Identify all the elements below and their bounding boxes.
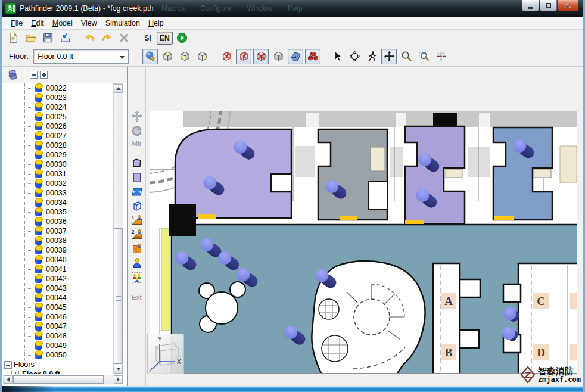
- tree-item[interactable]: 00047: [2, 322, 113, 331]
- tree-item[interactable]: 00031: [2, 169, 113, 179]
- scroll-right-arrow[interactable]: [114, 375, 123, 384]
- tree-item[interactable]: 00029: [2, 150, 113, 160]
- menu-help[interactable]: Help: [144, 18, 168, 29]
- tree-item[interactable]: 00039: [2, 245, 113, 255]
- orbit-rings-icon[interactable]: [347, 49, 362, 64]
- stairs-two-tool-tool-icon[interactable]: 2: [130, 228, 144, 241]
- select-cursor-icon[interactable]: [329, 49, 345, 64]
- scroll-down-arrow[interactable]: [114, 365, 123, 374]
- door-threshold[interactable]: [405, 220, 424, 224]
- floor-select[interactable]: Floor 0.0 ft: [33, 49, 129, 64]
- occupant-tool-tool-icon[interactable]: [130, 257, 144, 270]
- occupant-group-tool-tool-icon[interactable]: [130, 271, 144, 284]
- wireframe-x-icon[interactable]: [219, 49, 234, 64]
- menu-edit[interactable]: Edit: [27, 18, 48, 29]
- tree-item[interactable]: 00027: [2, 131, 113, 141]
- collapse-icon[interactable]: [4, 361, 12, 369]
- tree-vertical-scrollbar[interactable]: [113, 83, 123, 374]
- door-tool-tool-icon[interactable]: [130, 185, 144, 198]
- solid-x-icon[interactable]: [253, 49, 269, 64]
- view-front-icon[interactable]: [177, 49, 192, 64]
- exit-block-left[interactable]: [169, 204, 196, 236]
- tree-item[interactable]: 00050: [2, 350, 113, 360]
- en-button[interactable]: EN: [157, 32, 173, 45]
- scrollbar-thumb[interactable]: [13, 375, 104, 384]
- tree-item[interactable]: 00044: [2, 293, 113, 303]
- si-button[interactable]: SI: [141, 32, 155, 45]
- tree-item[interactable]: 00034: [2, 198, 113, 207]
- tree-item[interactable]: 00049: [2, 341, 113, 350]
- tree-item[interactable]: 00042: [2, 274, 113, 284]
- escalator-tool-tool-icon[interactable]: [130, 242, 144, 256]
- tree-item-floors[interactable]: Floors: [2, 360, 113, 369]
- expand-icon[interactable]: [11, 371, 19, 374]
- tree-item[interactable]: 00040: [2, 255, 113, 265]
- tree-item[interactable]: 00045: [2, 303, 113, 312]
- tree-item[interactable]: 00048: [2, 331, 113, 341]
- ext-button[interactable]: Ext: [132, 292, 142, 303]
- solid-cube-icon[interactable]: [270, 49, 286, 64]
- tree-item[interactable]: 00035: [2, 207, 113, 217]
- view-top-icon[interactable]: [160, 49, 175, 64]
- door-threshold[interactable]: [494, 216, 514, 220]
- tree-item[interactable]: 00043: [2, 284, 113, 293]
- tree-item[interactable]: 00028: [2, 141, 113, 150]
- view-side-icon[interactable]: [194, 49, 210, 64]
- exit-block-top[interactable]: [433, 113, 457, 126]
- tree-item[interactable]: 00038: [2, 236, 113, 245]
- occupant-icon: [35, 142, 42, 150]
- menu-file[interactable]: File: [7, 18, 27, 29]
- navmesh-icon[interactable]: [288, 49, 303, 64]
- menu-view[interactable]: View: [77, 18, 101, 29]
- obstruction-tool-tool-icon[interactable]: [130, 200, 144, 213]
- polygon-room-tool-tool-icon[interactable]: [130, 157, 144, 170]
- objects-icon[interactable]: [305, 49, 320, 64]
- occupants-icon[interactable]: [5, 69, 20, 82]
- model-canvas[interactable]: A B: [146, 67, 583, 386]
- walk-icon[interactable]: [364, 49, 379, 64]
- tree-item[interactable]: 00037: [2, 226, 113, 236]
- tree-item[interactable]: 00023: [2, 93, 113, 102]
- tree-item[interactable]: 00041: [2, 265, 113, 274]
- collapse-all-icon[interactable]: [30, 71, 38, 79]
- minimize-button[interactable]: [522, 0, 539, 11]
- scroll-up-arrow[interactable]: [114, 84, 123, 93]
- tree-item[interactable]: 00025: [2, 112, 113, 122]
- redo-icon[interactable]: [99, 31, 114, 45]
- tree-horizontal-scrollbar[interactable]: [3, 375, 123, 384]
- zoom-box-icon[interactable]: [416, 49, 431, 64]
- run-simulation-icon[interactable]: [175, 31, 190, 45]
- tree-item[interactable]: 00024: [2, 102, 113, 112]
- model-viewport[interactable]: A B: [150, 111, 577, 374]
- scrollbar-thumb[interactable]: [114, 228, 123, 364]
- orbit-camera-icon[interactable]: [142, 49, 158, 64]
- stairs-one-tool-tool-icon[interactable]: 1: [130, 214, 144, 227]
- tree-item[interactable]: 00032: [2, 179, 113, 188]
- tree-item[interactable]: 00033: [2, 188, 113, 198]
- new-file-icon[interactable]: [5, 31, 21, 45]
- save-icon[interactable]: [40, 31, 55, 45]
- tree-item[interactable]: 00036: [2, 217, 113, 226]
- pan-icon[interactable]: [381, 49, 397, 64]
- tree-item[interactable]: 00022: [2, 83, 113, 93]
- maximize-button[interactable]: [540, 0, 557, 11]
- tree-item-floor[interactable]: Floor 0.0 ft: [2, 369, 113, 374]
- door-threshold[interactable]: [340, 216, 357, 220]
- zoom-icon[interactable]: [399, 49, 414, 64]
- undo-icon[interactable]: [82, 31, 97, 45]
- menu-model[interactable]: Model: [48, 18, 77, 29]
- door-threshold[interactable]: [198, 214, 216, 219]
- tree-item[interactable]: 00030: [2, 160, 113, 169]
- rect-room-tool-tool-icon[interactable]: [130, 171, 144, 184]
- menu-simulation[interactable]: Simulation: [101, 18, 144, 29]
- open-folder-icon[interactable]: [23, 31, 38, 45]
- tree-item[interactable]: 00046: [2, 312, 113, 322]
- scroll-left-arrow[interactable]: [4, 375, 13, 384]
- zoom-point-icon[interactable]: [433, 49, 449, 64]
- expand-all-icon[interactable]: [40, 71, 48, 79]
- tree-item[interactable]: 00026: [2, 122, 113, 131]
- wireframe-icon[interactable]: [236, 49, 251, 64]
- close-button[interactable]: [558, 0, 578, 11]
- occupant-icon: [35, 190, 42, 197]
- import-icon[interactable]: [57, 31, 73, 45]
